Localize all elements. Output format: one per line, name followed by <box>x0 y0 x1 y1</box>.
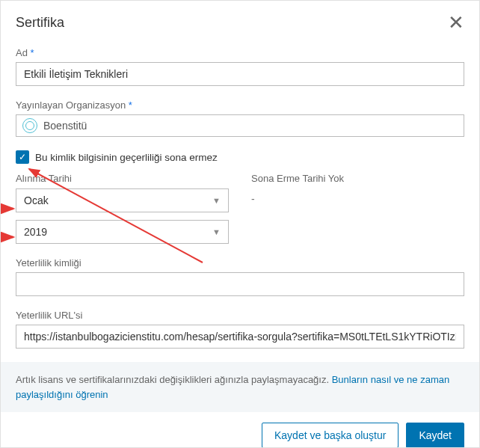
name-label: Ad * <box>16 47 464 58</box>
org-input[interactable]: Boenstitü <box>16 114 464 137</box>
checkbox-checked-icon: ✓ <box>16 150 29 164</box>
month-select[interactable]: Ocak ▼ <box>16 188 229 212</box>
required-star: * <box>31 47 34 58</box>
expire-date-label: Sona Erme Tarihi Yok <box>251 173 464 184</box>
credential-url-input[interactable] <box>16 325 464 349</box>
year-select[interactable]: 2019 ▼ <box>16 220 229 244</box>
save-and-create-another-button[interactable]: Kaydet ve başka oluştur <box>262 423 399 448</box>
required-star: * <box>129 99 132 111</box>
expire-checkbox-row[interactable]: ✓ Bu kimlik bilgisinin geçerliliği sona … <box>16 150 464 164</box>
save-button[interactable]: Kaydet <box>406 423 464 448</box>
org-label: Yayınlayan Organizasyon * <box>16 99 464 111</box>
close-icon: ✕ <box>448 11 464 34</box>
modal-title: Sertifika <box>16 15 64 31</box>
month-value: Ocak <box>24 194 49 206</box>
org-logo-icon <box>22 118 37 133</box>
year-value: 2019 <box>24 226 47 238</box>
close-button[interactable]: ✕ <box>448 13 464 32</box>
name-input[interactable] <box>16 62 464 86</box>
chevron-down-icon: ▼ <box>212 196 221 205</box>
credential-id-input[interactable] <box>16 272 464 296</box>
org-name-text: Boenstitü <box>43 120 87 132</box>
expire-date-dash: - <box>251 188 464 205</box>
footer-note: Artık lisans ve sertifikalarınızdaki değ… <box>1 362 479 412</box>
credential-url-label: Yeterlilik URL'si <box>16 310 464 321</box>
received-date-label: Alınma Tarihi <box>16 173 229 184</box>
expire-checkbox-label: Bu kimlik bilgisinin geçerliliği sona er… <box>35 152 218 163</box>
chevron-down-icon: ▼ <box>212 227 221 236</box>
credential-id-label: Yeterlilik kimliği <box>16 257 464 269</box>
